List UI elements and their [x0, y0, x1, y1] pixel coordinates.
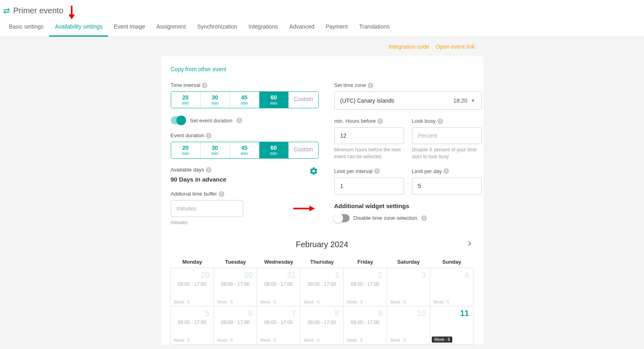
calendar-time: 09:00 - 17:00 [348, 320, 382, 325]
tab-integrations[interactable]: Integrations [243, 19, 284, 37]
widget-settings-heading: Additional widget settings [334, 202, 482, 209]
seg-custom[interactable]: Custom [289, 142, 318, 158]
info-icon[interactable]: i [202, 83, 207, 88]
svg-marker-1 [68, 14, 75, 19]
tab-event-image[interactable]: Event image [108, 19, 151, 37]
calendar-cell[interactable]: 609:00 - 17:00Week : 6 [213, 306, 257, 345]
calendar-cell[interactable]: 2909:00 - 17:00Week : 5 [170, 268, 214, 306]
calendar-date: 4 [434, 271, 469, 280]
tab-assignment[interactable]: Assignment [151, 19, 191, 37]
calendar-time: 09:00 - 17:00 [261, 281, 296, 287]
buffer-input[interactable] [171, 200, 243, 217]
calendar-cell[interactable]: 709:00 - 17:00Week : 6 [257, 306, 300, 345]
svg-marker-3 [309, 206, 315, 211]
calendar-cell[interactable]: 11Week : 6 [430, 306, 473, 345]
time-interval-label: Time interval i [171, 82, 318, 88]
info-icon[interactable]: i [377, 118, 383, 124]
calendar-cell[interactable]: 3109:00 - 17:00Week : 5 [257, 268, 300, 306]
calendar-cell[interactable]: 3009:00 - 17:00Week : 5 [213, 268, 257, 306]
info-icon[interactable]: i [219, 191, 224, 197]
top-links: Integration code Open event link [0, 37, 644, 50]
info-icon[interactable]: i [206, 167, 211, 173]
tab-availability-settings[interactable]: Availability settings [49, 19, 108, 37]
calendar-cell[interactable]: 209:00 - 17:00Week : 5 [343, 268, 387, 306]
min-hours-label: min. Hours before i [334, 118, 404, 124]
event-duration-label: Event duration i [171, 132, 318, 138]
seg-20min[interactable]: 20min [171, 142, 201, 158]
calendar-cell[interactable]: 10Week : 6 [387, 306, 430, 345]
info-icon[interactable]: i [421, 215, 427, 221]
calendar-time: 09:00 - 17:00 [348, 281, 382, 287]
calendar-time: 09:00 - 17:00 [175, 320, 209, 325]
timezone-label: Set time zone i [334, 82, 482, 88]
calendar-cell[interactable]: 109:00 - 17:00Week : 5 [300, 268, 344, 306]
seg-30min[interactable]: 30min [201, 92, 230, 108]
limit-interval-input[interactable] [334, 178, 404, 194]
calendar-date: 10 [391, 309, 426, 318]
calendar-cell[interactable]: 509:00 - 17:00Week : 6 [170, 306, 214, 345]
info-icon[interactable]: i [206, 133, 211, 138]
tab-advanced[interactable]: Advanced [284, 19, 320, 37]
calendar-week: Week : 5 [260, 300, 276, 304]
seg-custom[interactable]: Custom [289, 92, 318, 108]
look-busy-help: Disable X percent of your time slots to … [412, 147, 482, 160]
calendar-date: 31 [261, 271, 296, 280]
swap-icon: ⇄ [3, 6, 10, 15]
seg-30min[interactable]: 30min [201, 142, 230, 158]
calendar-cell[interactable]: 3Week : 5 [387, 268, 430, 306]
copy-from-event-link[interactable]: Copy from other event [171, 66, 227, 72]
calendar-cell[interactable]: 809:00 - 17:00Week : 6 [300, 306, 344, 345]
min-hours-input[interactable] [334, 127, 404, 144]
calendar-time: 09:00 - 17:00 [175, 281, 209, 287]
calendar-date: 11 [434, 309, 469, 318]
calendar-week: Week : 6 [174, 338, 190, 343]
calendar-header: February 2024 [171, 240, 474, 249]
seg-20min[interactable]: 20min [171, 92, 201, 108]
info-icon[interactable]: i [374, 168, 380, 174]
tab-basic-settings[interactable]: Basic settings [3, 19, 49, 37]
tab-synchronization[interactable]: Synchronization [191, 19, 243, 37]
calendar-dow: Sunday [430, 256, 473, 268]
info-icon[interactable]: i [368, 83, 373, 88]
calendar-time: 09:00 - 17:00 [218, 320, 253, 325]
seg-45min[interactable]: 45min [230, 142, 259, 158]
calendar-week: Week : 6 [432, 337, 452, 343]
calendar-date: 5 [175, 309, 209, 318]
annotation-arrow-icon [67, 5, 77, 21]
info-icon[interactable]: i [437, 118, 443, 124]
timezone-select[interactable]: (UTC) Canary islands 18:20 ▼ [334, 91, 482, 110]
look-busy-label: Look busy i [412, 118, 482, 124]
calendar-cell[interactable]: 4Week : 5 [430, 268, 473, 306]
disable-timezone-toggle[interactable] [334, 214, 350, 222]
seg-45min[interactable]: 45min [230, 92, 259, 108]
set-duration-toggle[interactable] [171, 116, 186, 124]
calendar-week: Week : 6 [260, 338, 276, 343]
tab-payment[interactable]: Payment [320, 19, 353, 37]
set-duration-label: Set event duration [190, 118, 233, 124]
calendar-date: 9 [348, 309, 382, 318]
disable-timezone-label: Disable time zone selection [354, 215, 417, 221]
limit-day-input[interactable] [412, 178, 482, 194]
calendar-time: 09:00 - 17:00 [218, 281, 253, 287]
info-icon[interactable]: i [443, 168, 449, 174]
calendar-week: Week : 5 [217, 300, 233, 304]
header: ⇄ Primer evento Basic settingsAvailabili… [0, 0, 644, 37]
open-event-link[interactable]: Open event link [436, 43, 475, 50]
tab-translations[interactable]: Translations [354, 19, 396, 37]
calendar-dow: Friday [344, 256, 387, 268]
calendar-week: Week : 6 [304, 338, 319, 343]
calendar-time: 09:00 - 17:00 [304, 281, 339, 287]
gear-icon[interactable] [309, 167, 318, 178]
calendar-cell[interactable]: 909:00 - 17:00Week : 6 [343, 306, 387, 345]
calendar-next-button[interactable] [466, 240, 474, 250]
calendar-title: February 2024 [296, 240, 348, 249]
integration-code-link[interactable]: Integration code [389, 43, 429, 50]
calendar-dow: Saturday [387, 256, 430, 268]
calendar-week: Week : 5 [304, 300, 319, 304]
look-busy-input[interactable] [412, 127, 482, 144]
calendar-date: 7 [261, 309, 296, 318]
calendar-time: 09:00 - 17:00 [304, 320, 339, 325]
seg-60min[interactable]: 60min [259, 92, 289, 108]
info-icon[interactable]: i [236, 118, 242, 123]
seg-60min[interactable]: 60min [259, 142, 289, 158]
